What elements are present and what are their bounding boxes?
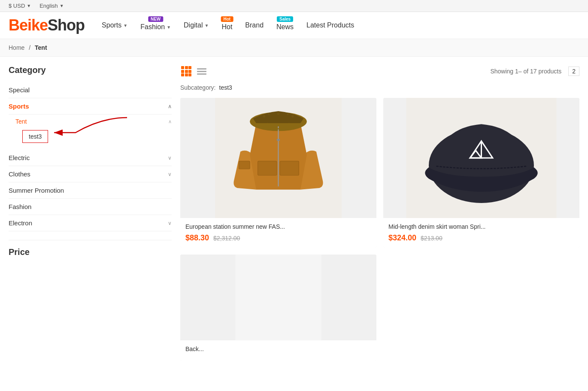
sidebar-label-clothes: Clothes: [9, 170, 30, 178]
svg-rect-11: [280, 161, 299, 175]
sidebar-item-summer[interactable]: Summer Promotion: [9, 182, 172, 199]
sub-sub-label-test3: test3: [29, 133, 42, 140]
svg-point-4: [268, 113, 270, 115]
breadcrumb-home[interactable]: Home: [9, 44, 24, 51]
nav-chevron-fashion: ▼: [167, 25, 171, 30]
product-prices-2: $324.00 $213.00: [388, 233, 574, 242]
product-price-original-2: $213.00: [421, 235, 443, 242]
chevron-down-electron: ∨: [168, 220, 172, 226]
chevron-up-sports: ∧: [168, 103, 172, 109]
partial-illustration: [180, 255, 376, 340]
product-price-current-2: $324.00: [388, 233, 416, 242]
chevron-down-clothes: ∨: [168, 171, 172, 177]
product-name-2: Mid-length denim skirt woman Spri...: [388, 223, 574, 230]
sidebar-label-summer: Summer Promotion: [9, 187, 64, 194]
sidebar-item-electron[interactable]: Electron ∨: [9, 215, 172, 231]
currency-selector[interactable]: $ USD ▼: [9, 3, 31, 9]
view-icons: [180, 65, 208, 77]
hat-illustration: [383, 98, 579, 218]
sub-sub-container: test3: [15, 128, 172, 146]
product-prices-1: $88.30 $2,312.00: [185, 233, 371, 242]
top-bar: $ USD ▼ English ▼: [0, 0, 588, 12]
nav-chevron-sports: ▼: [123, 23, 127, 28]
product-card-2[interactable]: Mid-length denim skirt woman Spri... $32…: [383, 98, 579, 248]
showing-text: Showing 1– of 17 products: [490, 68, 561, 75]
main-nav: Sports ▼ NEW Fashion ▼ Digital ▼ Hot Hot…: [102, 20, 579, 31]
nav-label-latest: Latest Products: [306, 21, 354, 29]
nav-item-fashion[interactable]: NEW Fashion ▼: [140, 23, 171, 31]
nav-item-latest[interactable]: Latest Products: [306, 21, 354, 29]
sidebar-item-clothes[interactable]: Clothes ∨: [9, 166, 172, 182]
sidebar-label-electric: Electric: [9, 154, 30, 161]
svg-point-7: [291, 115, 294, 118]
product-name-3: Back...: [185, 346, 371, 352]
currency-chevron: ▼: [27, 3, 31, 8]
content-toolbar: Showing 1– of 17 products 2: [180, 65, 579, 77]
logo[interactable]: BeikeShop: [9, 16, 85, 34]
jacket-illustration: [180, 98, 376, 218]
grid-icon: [181, 66, 191, 76]
chevron-up-tent: ∧: [168, 119, 172, 124]
svg-point-6: [287, 113, 288, 115]
product-image-3: [180, 255, 376, 340]
page-number[interactable]: 2: [568, 67, 579, 76]
sidebar-label-special: Special: [9, 86, 30, 94]
svg-rect-18: [236, 255, 321, 340]
main-layout: Category Special Sports ∧ Tent ∧ test3: [0, 57, 588, 370]
sub-sub-item-test3[interactable]: test3: [22, 130, 48, 143]
svg-rect-12: [239, 161, 250, 169]
list-view-button[interactable]: [196, 65, 208, 77]
product-info-1: European station summer new FAS... $88.3…: [180, 218, 376, 248]
sidebar-label-fashion: Fashion: [9, 203, 31, 210]
chevron-down-electric: ∨: [168, 155, 172, 161]
subcategory-label: Subcategory:: [180, 84, 216, 91]
nav-badge-sales: Sales: [277, 16, 293, 22]
sidebar-item-fashion[interactable]: Fashion: [9, 199, 172, 215]
svg-point-5: [277, 112, 280, 115]
product-card-1[interactable]: European station summer new FAS... $88.3…: [180, 98, 376, 248]
subcategory-value: test3: [219, 84, 232, 91]
logo-part2: Shop: [48, 16, 85, 34]
subcategory-bar: Subcategory: test3: [180, 84, 579, 91]
product-name-1: European station summer new FAS...: [185, 223, 371, 230]
list-icon: [197, 68, 206, 75]
nav-badge-new: NEW: [148, 16, 163, 22]
breadcrumb-separator: /: [29, 44, 30, 51]
nav-item-hot[interactable]: Hot Hot: [221, 23, 232, 31]
svg-point-3: [263, 115, 265, 118]
nav-item-brand[interactable]: Brand: [245, 21, 264, 29]
svg-rect-9: [277, 139, 280, 141]
grid-view-button[interactable]: [180, 65, 192, 77]
nav-label-hot: Hot: [221, 23, 232, 31]
nav-label-sports: Sports: [102, 21, 121, 29]
product-info-2: Mid-length denim skirt woman Spri... $32…: [383, 218, 579, 248]
product-card-3[interactable]: Back...: [180, 255, 376, 361]
currency-label: $ USD: [9, 3, 25, 9]
sidebar: Category Special Sports ∧ Tent ∧ test3: [9, 65, 172, 361]
nav-badge-hot: Hot: [221, 16, 233, 22]
nav-label-news: News: [276, 23, 294, 31]
svg-rect-10: [258, 161, 277, 175]
language-chevron: ▼: [60, 3, 64, 8]
product-price-original-1: $2,312.00: [213, 235, 240, 242]
nav-item-news[interactable]: Sales News: [276, 23, 294, 31]
logo-part1: Beike: [9, 16, 48, 34]
content: Showing 1– of 17 products 2 Subcategory:…: [180, 65, 579, 361]
language-selector[interactable]: English ▼: [39, 3, 64, 9]
sidebar-sub-item-tent[interactable]: Tent ∧: [9, 115, 172, 128]
sidebar-item-special[interactable]: Special: [9, 82, 172, 98]
breadcrumb: Home / Tent: [0, 39, 588, 57]
header: BeikeShop Sports ▼ NEW Fashion ▼ Digital…: [0, 12, 588, 39]
sidebar-item-sports[interactable]: Sports ∧: [9, 98, 172, 115]
breadcrumb-current: Tent: [35, 44, 47, 51]
sidebar-item-electric[interactable]: Electric ∨: [9, 150, 172, 166]
products-grid: European station summer new FAS... $88.3…: [180, 98, 579, 361]
nav-item-digital[interactable]: Digital ▼: [184, 21, 209, 29]
nav-chevron-digital: ▼: [205, 23, 209, 28]
sidebar-label-sports: Sports: [9, 103, 29, 110]
product-price-current-1: $88.30: [185, 233, 209, 242]
showing-info: Showing 1– of 17 products 2: [490, 67, 579, 76]
nav-item-sports[interactable]: Sports ▼: [102, 21, 127, 29]
category-title: Category: [9, 65, 172, 75]
price-section-title: Price: [9, 240, 172, 257]
